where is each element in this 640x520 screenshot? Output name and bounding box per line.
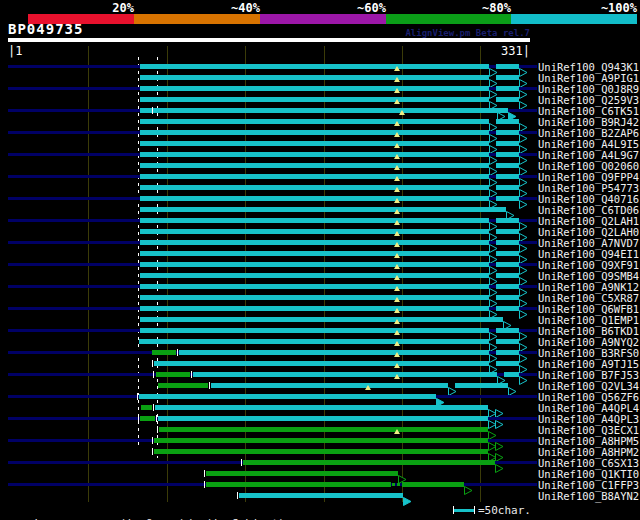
alignment-bar[interactable] <box>496 240 519 245</box>
alignment-bar[interactable] <box>155 405 488 410</box>
alignment-bar[interactable] <box>206 482 391 487</box>
alignment-bar[interactable] <box>179 350 489 355</box>
hit-label[interactable]: UniRef100_Q40716 <box>538 193 639 204</box>
alignment-bar[interactable] <box>140 240 489 245</box>
alignment-bar[interactable] <box>154 438 488 443</box>
alignment-bar[interactable] <box>141 405 152 410</box>
alignment-bar[interactable] <box>496 295 519 300</box>
alignment-bar[interactable] <box>455 383 508 388</box>
hit-label[interactable]: UniRef100_Q3ECX1 <box>538 424 639 435</box>
hit-label[interactable]: UniRef100_Q94EI1 <box>538 248 639 259</box>
alignment-bar[interactable] <box>140 273 489 278</box>
alignment-bar[interactable] <box>158 416 488 421</box>
alignment-bar[interactable] <box>496 64 519 69</box>
hit-label[interactable]: UniRef100_B6TKD1 <box>538 325 639 336</box>
alignment-bar[interactable] <box>140 108 508 113</box>
hit-label[interactable]: UniRef100_Q2VL34 <box>538 380 639 391</box>
hit-label[interactable]: UniRef100_B3RFS0 <box>538 347 639 358</box>
hit-label[interactable]: UniRef100_A4QPL3 <box>538 413 639 424</box>
alignment-bar[interactable] <box>211 383 448 388</box>
alignment-bar[interactable] <box>193 372 497 377</box>
alignment-bar[interactable] <box>496 152 519 157</box>
hit-label[interactable]: UniRef100_Q02060 <box>538 160 639 171</box>
hit-label[interactable]: UniRef100_A4L9I5 <box>538 138 639 149</box>
alignment-bar[interactable] <box>496 339 519 344</box>
alignment-bar[interactable] <box>402 482 464 487</box>
hit-label[interactable]: UniRef100_C6TK51 <box>538 105 639 116</box>
hit-label[interactable]: UniRef100_A7NVD7 <box>538 237 639 248</box>
hit-label[interactable]: UniRef100_Q1EMP1 <box>538 314 639 325</box>
hit-label[interactable]: UniRef100_P54773 <box>538 182 639 193</box>
alignment-bar[interactable] <box>239 493 403 498</box>
alignment-bar[interactable] <box>140 295 489 300</box>
alignment-bar[interactable] <box>140 196 489 201</box>
alignment-bar[interactable] <box>504 372 519 377</box>
alignment-bar[interactable] <box>140 185 489 190</box>
hit-label[interactable]: UniRef100_Q2LAH1 <box>538 215 639 226</box>
hit-label[interactable]: UniRef100_A4L9G7 <box>538 149 639 160</box>
alignment-bar[interactable] <box>139 339 489 344</box>
alignment-bar[interactable] <box>140 174 489 179</box>
hit-label[interactable]: UniRef100_C5XR87 <box>538 292 639 303</box>
alignment-bar[interactable] <box>140 416 155 421</box>
alignment-bar[interactable] <box>496 141 519 146</box>
hit-label[interactable]: UniRef100_Q943K1 <box>538 61 639 72</box>
alignment-bar[interactable] <box>140 328 489 333</box>
hit-label[interactable]: UniRef100_Q56ZF6 <box>538 391 639 402</box>
hit-label[interactable]: UniRef100_Q2LAH0 <box>538 226 639 237</box>
alignment-bar[interactable] <box>152 350 176 355</box>
alignment-bar[interactable] <box>140 262 489 267</box>
hit-label[interactable]: UniRef100_Q1KTI0 <box>538 468 639 479</box>
alignment-bar[interactable] <box>140 75 489 80</box>
alignment-bar[interactable] <box>496 196 519 201</box>
alignment-bar[interactable] <box>496 229 519 234</box>
alignment-bar[interactable] <box>140 207 506 212</box>
alignment-bar[interactable] <box>496 284 519 289</box>
alignment-bar[interactable] <box>496 251 519 256</box>
alignment-bar[interactable] <box>156 372 190 377</box>
alignment-bar[interactable] <box>496 174 519 179</box>
alignment-bar[interactable] <box>140 141 489 146</box>
alignment-bar[interactable] <box>496 328 519 333</box>
alignment-bar[interactable] <box>140 317 503 322</box>
alignment-bar[interactable] <box>496 185 519 190</box>
alignment-bar[interactable] <box>159 427 488 432</box>
hit-label[interactable]: UniRef100_B8AYN2 <box>538 490 639 501</box>
alignment-bar[interactable] <box>243 460 495 465</box>
alignment-bar[interactable] <box>496 86 519 91</box>
alignment-bar[interactable] <box>154 449 488 454</box>
alignment-bar[interactable] <box>496 306 519 311</box>
alignment-bar[interactable] <box>496 262 519 267</box>
alignment-bar[interactable] <box>496 75 519 80</box>
hit-label[interactable]: UniRef100_A8HPM5 <box>538 435 639 446</box>
hit-label[interactable]: UniRef100_B9RJ42 <box>538 116 639 127</box>
hit-label[interactable]: UniRef100_A9NK12 <box>538 281 639 292</box>
alignment-bar[interactable] <box>140 130 489 135</box>
hit-label[interactable]: UniRef100_B2ZAP6 <box>538 127 639 138</box>
alignment-bar[interactable] <box>140 64 489 69</box>
hit-label[interactable]: UniRef100_C6TD06 <box>538 204 639 215</box>
alignment-bar[interactable] <box>140 97 489 102</box>
alignment-bar[interactable] <box>140 163 489 168</box>
alignment-bar[interactable] <box>140 306 489 311</box>
alignment-bar[interactable] <box>139 394 436 399</box>
hit-label[interactable]: UniRef100_A4QPL4 <box>538 402 639 413</box>
hit-label[interactable]: UniRef100_B7FJ53 <box>538 369 639 380</box>
alignment-bar[interactable] <box>496 273 519 278</box>
hit-label[interactable]: UniRef100_Q9XF91 <box>538 259 639 270</box>
hit-label[interactable]: UniRef100_C6SX13 <box>538 457 639 468</box>
alignment-bar[interactable] <box>206 471 398 476</box>
alignment-bar[interactable] <box>140 251 489 256</box>
alignment-bar[interactable] <box>140 218 489 223</box>
alignment-bar[interactable] <box>140 119 489 124</box>
alignment-bar[interactable] <box>140 86 489 91</box>
hit-label[interactable]: UniRef100_Q0J8R9 <box>538 83 639 94</box>
hit-label[interactable]: UniRef100_Q6WFB1 <box>538 303 639 314</box>
alignment-bar[interactable] <box>496 218 519 223</box>
alignment-bar[interactable] <box>496 361 519 366</box>
alignment-bar[interactable] <box>496 97 519 102</box>
hit-label[interactable]: UniRef100_Q9FPP4 <box>538 171 639 182</box>
alignment-bar[interactable] <box>140 152 489 157</box>
alignment-bar[interactable] <box>496 350 519 355</box>
hit-label[interactable]: UniRef100_A8HPM2 <box>538 446 639 457</box>
